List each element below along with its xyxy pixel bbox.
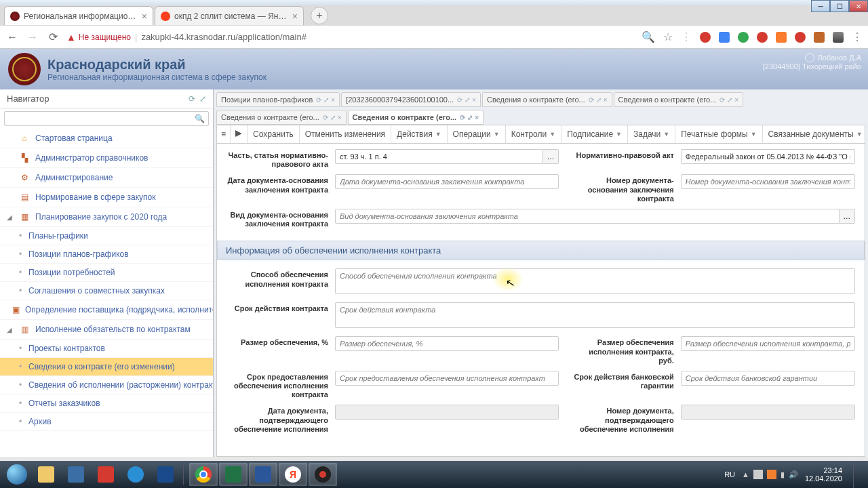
expand-icon[interactable]: ⤢ [330,114,336,121]
nav-draft-contracts[interactable]: Проекты контрактов [0,340,213,358]
extension-icon[interactable] [700,32,711,43]
refresh-icon[interactable]: ⟳ [189,94,195,104]
controls-menu[interactable]: Контроли▼ [506,125,562,143]
tab-close-icon[interactable]: × [142,11,147,22]
input-method[interactable] [335,268,855,294]
taskbar-app[interactable] [121,463,150,486]
nav-need-positions[interactable]: Позиции потребностей [0,264,213,282]
search-icon[interactable]: 🔍 [642,30,655,43]
tray-lang[interactable]: RU [724,470,735,479]
expand-icon[interactable]: ⤢ [323,96,329,104]
input-docnum[interactable] [681,174,855,189]
new-tab-button[interactable]: + [311,7,328,24]
nav-archive[interactable]: Архив [0,413,213,431]
content-tab-active[interactable]: Сведения о контракте (его...⟳⤢× [348,110,484,125]
nav-supplier[interactable]: ▣Определение поставщика (подрядчика, исп… [0,300,213,320]
close-icon[interactable]: × [734,96,738,104]
back-button[interactable]: ← [5,30,19,44]
taskbar-app[interactable] [92,463,120,486]
refresh-icon[interactable]: ⟳ [316,96,321,104]
browser-tab-1[interactable]: Региональная информационна × [4,6,153,25]
forward-button[interactable]: → [26,30,39,44]
tray-network-icon[interactable]: ▮ [781,470,785,479]
start-button[interactable] [3,463,31,486]
input-term[interactable] [335,302,855,328]
nav-home[interactable]: ⌂Стартовая страница [0,129,213,148]
menu-button[interactable]: ≡ [217,125,231,143]
address-field[interactable]: ▲Не защищено | zakupki-44.krasnodar.ru/a… [66,32,635,43]
input-sizerub[interactable] [681,336,855,351]
tray-clock[interactable]: 23:14 [805,466,842,474]
related-menu[interactable]: Связанные документы▼ [763,125,868,143]
close-icon[interactable]: × [338,114,342,121]
nav-plans[interactable]: Планы-графики [0,227,213,245]
cancel-button[interactable]: Отменить изменения [300,125,391,143]
nav-joint-agreements[interactable]: Соглашения о совместных закупках [0,282,213,300]
tray-icon[interactable] [753,470,763,479]
content-tab[interactable]: Сведения о контракте (его...⟳⤢× [216,110,347,125]
nav-administration[interactable]: ⚙Администрирование [0,168,213,188]
window-maximize[interactable]: ☐ [830,0,849,12]
extension-icon[interactable] [757,32,768,43]
picker-button[interactable]: … [840,209,855,224]
search-icon[interactable]: 🔍 [195,114,205,123]
nav-execution-info[interactable]: Сведения об исполнении (расторжении) кон… [0,376,213,394]
content-tab[interactable]: Сведения о контракте (его...⟳⤢× [614,92,744,107]
extension-icon[interactable] [738,32,749,43]
sidebar-search-input[interactable] [4,111,209,126]
taskbar-excel[interactable] [219,463,248,486]
menu-icon[interactable]: ⋮ [852,30,863,43]
expand-icon[interactable]: ⤢ [467,114,473,121]
expand-icon[interactable]: ⤢ [199,94,206,104]
nav-planning[interactable]: ◢▦Планирование закупок с 2020 года [0,207,213,227]
taskbar-chrome[interactable] [189,463,218,486]
input-sizepct[interactable] [335,336,559,351]
window-close[interactable]: ✕ [849,0,868,12]
expand-icon[interactable]: ⤢ [465,96,470,104]
refresh-icon[interactable]: ⟳ [323,114,328,121]
user-name[interactable]: Лобанов Д.А [818,54,861,62]
taskbar-app[interactable] [62,463,90,486]
taskbar-yandex[interactable]: Я [279,463,307,486]
taskbar-word[interactable] [249,463,277,486]
close-icon[interactable]: × [475,114,479,121]
tray-icon[interactable] [767,470,776,479]
input-confnum[interactable] [681,405,855,420]
taskbar-recorder[interactable] [309,463,337,486]
show-desktop[interactable] [853,461,860,488]
extension-icon[interactable] [776,32,787,43]
close-icon[interactable]: × [604,96,608,104]
tab-close-icon[interactable]: × [292,11,298,22]
actions-menu[interactable]: Действия▼ [391,125,448,143]
tray-date[interactable]: 12.04.2020 [805,474,842,483]
input-bankterm[interactable] [681,371,855,386]
nav-reports[interactable]: Отчеты заказчиков [0,394,213,413]
extension-icon[interactable] [795,32,806,43]
taskbar-app[interactable] [151,463,180,486]
nav-admin-ref[interactable]: ▚Администратор справочников [0,148,213,168]
window-minimize[interactable]: ─ [811,0,830,12]
content-tab[interactable]: Сведения о контракте (его...⟳⤢× [482,92,612,107]
content-tab[interactable]: Позиции планов-графиков⟳⤢× [216,92,340,107]
signing-menu[interactable]: Подписание▼ [561,125,628,143]
tag-button[interactable]: ⯈ [231,125,248,143]
refresh-icon[interactable]: ⟳ [589,96,594,104]
expand-icon[interactable]: ⤢ [727,96,732,104]
picker-button[interactable]: … [543,149,558,164]
operations-menu[interactable]: Операции▼ [448,125,506,143]
nav-execution[interactable]: ◢▥Исполнение обязательств по контрактам [0,320,213,340]
nav-plan-positions[interactable]: Позиции планов-графиков [0,245,213,264]
refresh-icon[interactable]: ⟳ [457,96,462,104]
input-act[interactable] [681,149,855,164]
nav-contract-info[interactable]: Сведения о контракте (его изменении) [0,358,213,376]
close-icon[interactable]: × [331,96,335,104]
extension-icon[interactable] [719,32,730,43]
reload-button[interactable]: ⟳ [46,30,60,44]
browser-tab-2[interactable]: окпд 2 сплит система — Яндекс × [155,6,304,25]
expand-icon[interactable]: ⤢ [596,96,601,104]
refresh-icon[interactable]: ⟳ [719,96,725,104]
input-docdate[interactable] [335,174,559,189]
refresh-icon[interactable]: ⟳ [460,114,465,121]
extension-icon[interactable] [833,32,844,43]
extension-icon[interactable] [814,32,825,43]
